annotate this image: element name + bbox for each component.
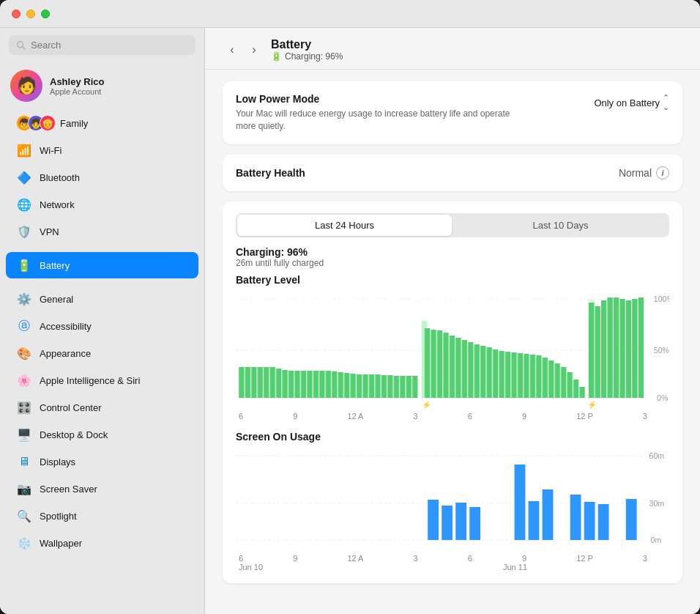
screensaver-icon: 📷 bbox=[16, 481, 32, 497]
svg-rect-92 bbox=[626, 499, 637, 540]
svg-rect-33 bbox=[394, 376, 399, 398]
battery-level-chart: 100% 50% 0% bbox=[236, 292, 669, 409]
sidebar-item-control-center[interactable]: 🎛️ Control Center bbox=[6, 394, 198, 421]
close-button[interactable] bbox=[12, 10, 21, 18]
charging-info: Charging: 96% 26m until fully charged bbox=[236, 246, 669, 268]
svg-rect-84 bbox=[455, 503, 466, 540]
displays-icon: 🖥 bbox=[16, 454, 32, 470]
sidebar-item-wallpaper[interactable]: ❄️ Wallpaper bbox=[6, 530, 198, 556]
tab-bar: Last 24 Hours Last 10 Days bbox=[236, 213, 669, 237]
avatar: 🧑 bbox=[10, 70, 42, 102]
sidebar-item-vpn[interactable]: 🛡️ VPN bbox=[6, 218, 198, 245]
battery-level-title: Battery Level bbox=[236, 274, 669, 286]
screen-usage-svg: 60m 30m 0m bbox=[236, 448, 669, 551]
svg-rect-21 bbox=[319, 371, 324, 398]
sidebar-item-wifi[interactable]: 📶 Wi-Fi bbox=[6, 137, 198, 163]
svg-rect-68 bbox=[607, 297, 612, 398]
sidebar: 🧑 Ashley Rico Apple Account 👦 👧 👴 Family… bbox=[0, 28, 205, 614]
svg-rect-55 bbox=[530, 355, 535, 398]
svg-rect-15 bbox=[282, 370, 287, 398]
battery-level-svg: 100% 50% 0% bbox=[236, 292, 669, 409]
forward-button[interactable]: › bbox=[245, 40, 264, 59]
svg-rect-32 bbox=[387, 375, 392, 398]
svg-rect-62 bbox=[573, 380, 578, 398]
sidebar-item-family[interactable]: 👦 👧 👴 Family bbox=[6, 110, 198, 136]
user-sub: Apple Account bbox=[50, 87, 104, 96]
sidebar-item-spotlight[interactable]: 🔍 Spotlight bbox=[6, 503, 198, 529]
svg-rect-65 bbox=[589, 303, 594, 398]
svg-rect-63 bbox=[579, 387, 584, 398]
sidebar-item-label: Accessibility bbox=[40, 321, 92, 332]
svg-rect-71 bbox=[626, 300, 631, 398]
user-info: Ashley Rico Apple Account bbox=[50, 76, 104, 96]
appearance-icon: 🎨 bbox=[16, 345, 32, 361]
svg-rect-47 bbox=[480, 346, 485, 398]
sidebar-item-displays[interactable]: 🖥 Displays bbox=[6, 448, 198, 475]
svg-rect-51 bbox=[505, 352, 510, 398]
svg-rect-9 bbox=[245, 367, 250, 398]
system-preferences-window: 🧑 Ashley Rico Apple Account 👦 👧 👴 Family… bbox=[0, 0, 700, 614]
battery-x-labels: 6 9 12 A 3 6 9 12 P 3 bbox=[236, 412, 669, 421]
sidebar-item-appearance[interactable]: 🎨 Appearance bbox=[6, 340, 198, 366]
svg-rect-85 bbox=[469, 507, 480, 540]
svg-rect-49 bbox=[493, 349, 498, 398]
charging-title: Charging: 96% bbox=[236, 246, 669, 258]
sidebar-item-bluetooth[interactable]: 🔷 Bluetooth bbox=[6, 164, 198, 191]
battery-health-value: Normal bbox=[619, 167, 652, 179]
svg-rect-82 bbox=[428, 500, 439, 540]
svg-rect-11 bbox=[258, 367, 263, 398]
sidebar-item-general[interactable]: ⚙️ General bbox=[6, 286, 198, 312]
svg-rect-24 bbox=[338, 372, 343, 398]
sidebar-item-label: Desktop & Dock bbox=[40, 429, 108, 440]
svg-rect-73 bbox=[638, 297, 644, 398]
screen-usage-chart: 60m 30m 0m bbox=[236, 448, 669, 551]
svg-rect-22 bbox=[326, 371, 331, 398]
svg-rect-86 bbox=[515, 465, 526, 540]
svg-rect-61 bbox=[567, 372, 572, 398]
lpm-title: Low Power Mode bbox=[236, 93, 514, 105]
lpm-left: Low Power Mode Your Mac will reduce ener… bbox=[236, 93, 514, 133]
minimize-button[interactable] bbox=[26, 10, 35, 18]
svg-text:0m: 0m bbox=[651, 536, 662, 544]
svg-rect-31 bbox=[381, 375, 387, 398]
sidebar-item-desktop-dock[interactable]: 🖥️ Desktop & Dock bbox=[6, 421, 198, 448]
svg-rect-34 bbox=[400, 376, 405, 398]
tab-last-24-hours[interactable]: Last 24 Hours bbox=[237, 215, 452, 236]
svg-rect-43 bbox=[455, 338, 461, 398]
low-power-mode-card: Low Power Mode Your Mac will reduce ener… bbox=[223, 81, 682, 144]
wallpaper-icon: ❄️ bbox=[16, 535, 32, 551]
main-body: Low Power Mode Your Mac will reduce ener… bbox=[205, 70, 700, 595]
svg-rect-27 bbox=[357, 374, 362, 398]
main-content: ‹ › Battery 🔋 Charging: 96% Low Power Mo… bbox=[205, 28, 700, 614]
wifi-icon: 📶 bbox=[16, 142, 32, 158]
svg-rect-16 bbox=[288, 371, 294, 398]
sidebar-item-apple-intelligence[interactable]: 🌸 Apple Intelligence & Siri bbox=[6, 367, 198, 393]
info-button[interactable]: i bbox=[656, 166, 669, 180]
back-button[interactable]: ‹ bbox=[223, 40, 242, 59]
user-profile[interactable]: 🧑 Ashley Rico Apple Account bbox=[0, 62, 204, 109]
battery-icon: 🔋 bbox=[16, 257, 32, 273]
tab-last-10-days[interactable]: Last 10 Days bbox=[453, 215, 668, 236]
svg-rect-60 bbox=[561, 367, 566, 398]
lpm-right[interactable]: Only on Battery ⌃⌄ bbox=[594, 93, 669, 112]
sidebar-item-screen-saver[interactable]: 📷 Screen Saver bbox=[6, 476, 198, 502]
charging-subtitle: 26m until fully charged bbox=[236, 258, 669, 268]
maximize-button[interactable] bbox=[41, 10, 50, 18]
sidebar-item-label: Wallpaper bbox=[40, 538, 82, 549]
content-area: 🧑 Ashley Rico Apple Account 👦 👧 👴 Family… bbox=[0, 28, 700, 614]
svg-rect-91 bbox=[598, 504, 609, 540]
sidebar-item-accessibility[interactable]: ⓐ Accessibility bbox=[6, 313, 198, 339]
battery-chart-card: Last 24 Hours Last 10 Days Charging: 96%… bbox=[223, 201, 682, 583]
sidebar-item-network[interactable]: 🌐 Network bbox=[6, 191, 198, 218]
sidebar-item-label: Screen Saver bbox=[40, 484, 97, 495]
search-box[interactable] bbox=[9, 35, 196, 55]
sidebar-item-label: Control Center bbox=[40, 402, 102, 413]
sidebar-item-battery[interactable]: 🔋 Battery bbox=[6, 252, 198, 278]
svg-rect-88 bbox=[543, 489, 554, 540]
search-input[interactable] bbox=[31, 40, 188, 51]
battery-health-card: Battery Health Normal i bbox=[223, 155, 682, 191]
svg-rect-70 bbox=[619, 299, 625, 398]
svg-rect-66 bbox=[595, 306, 600, 398]
sidebar-item-label: Bluetooth bbox=[40, 172, 80, 183]
svg-rect-30 bbox=[375, 374, 380, 398]
